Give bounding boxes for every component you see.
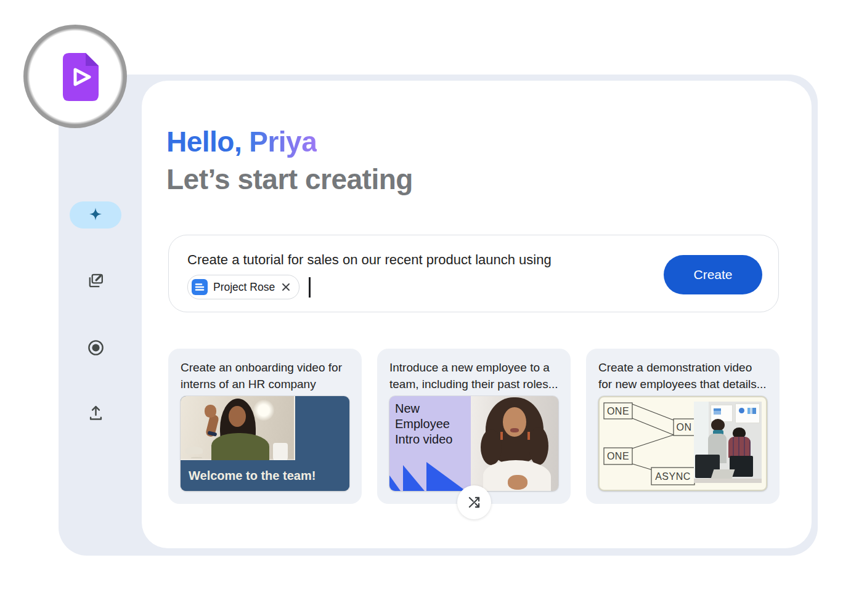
diagram-label: ONE — [607, 406, 629, 416]
card-title: Create an onboarding video for interns o… — [181, 359, 349, 392]
sparkle-icon — [86, 206, 105, 224]
record-icon — [86, 338, 105, 357]
prompt-chip-row: Project Rose — [187, 275, 311, 299]
greeting-prefix: Hello, — [166, 126, 242, 158]
page-title: Hello,Priya Let’s start creating — [166, 123, 413, 198]
decor-triangle — [426, 462, 466, 491]
sidebar-item-record[interactable] — [86, 338, 105, 357]
thumbnail-photo — [181, 396, 295, 460]
diagram-label: ASYNC — [655, 471, 691, 482]
suggestion-card-demo[interactable]: Create a demonstration video for new emp… — [586, 349, 780, 504]
photo-lamp — [253, 400, 274, 421]
photo-person-hair-right — [529, 427, 548, 465]
photo-laptop — [711, 469, 735, 479]
photo-person-face — [229, 406, 246, 427]
text-caret — [309, 277, 311, 298]
photo-person1-hair — [711, 419, 725, 431]
app-logo-badge — [23, 25, 127, 128]
docs-file-icon — [192, 279, 208, 295]
sidebar-item-edit-media[interactable] — [86, 271, 105, 290]
suggestion-cards: Create an onboarding video for interns o… — [168, 349, 780, 504]
photo-person-shirt — [211, 433, 269, 460]
thumbnail-photo — [694, 402, 762, 483]
photo-whiteboard — [736, 404, 759, 423]
photo-person-hand — [205, 405, 216, 418]
card-thumbnail-demo: ONE ON ONE ASYNC — [598, 396, 767, 491]
diagram-label: ONE — [607, 451, 629, 461]
flow-diagram: ONE ON ONE ASYNC — [601, 399, 697, 488]
photo-chair — [185, 447, 203, 454]
card-title: Introduce a new employee to a team, incl… — [389, 359, 558, 392]
photo-person-mouth — [510, 428, 519, 432]
diagram-label: ON — [677, 422, 692, 432]
thumbnail-title-text: New Employee Intro video — [395, 402, 452, 446]
card-thumbnail-onboarding: Welcome to the team! — [181, 396, 349, 491]
greeting-line: Hello,Priya — [166, 123, 413, 161]
file-chip-label: Project Rose — [213, 281, 275, 294]
shuffle-suggestions-button[interactable] — [457, 485, 491, 519]
card-title: Create a demonstration video for new emp… — [598, 359, 767, 392]
shuffle-icon — [468, 496, 481, 509]
google-vids-logo-icon — [63, 53, 99, 101]
card-thumbnail-intro: New Employee Intro video — [389, 396, 558, 491]
decor-triangle — [389, 468, 401, 491]
edit-media-icon — [86, 271, 105, 290]
file-chip[interactable]: Project Rose — [187, 275, 299, 299]
create-button[interactable]: Create — [664, 255, 762, 294]
photo-earring-left — [500, 432, 503, 440]
photo-earring-right — [527, 432, 530, 440]
prompt-text: Create a tutorial for sales on our recen… — [187, 252, 552, 268]
photo-desk — [694, 479, 762, 483]
close-icon[interactable] — [280, 282, 291, 293]
thumbnail-caption: Welcome to the team! — [181, 460, 349, 491]
thumbnail-title-panel: New Employee Intro video — [389, 396, 471, 491]
greeting-name: Priya — [249, 123, 317, 161]
thumbnail-photo — [471, 396, 558, 491]
suggestion-card-intro[interactable]: Introduce a new employee to a team, incl… — [377, 349, 571, 504]
sidebar-item-upload[interactable] — [86, 403, 105, 423]
prompt-input[interactable]: Create a tutorial for sales on our recen… — [168, 235, 779, 312]
suggestion-card-onboarding[interactable]: Create an onboarding video for interns o… — [168, 349, 362, 504]
photo-person2-body — [728, 437, 751, 458]
greeting-subtitle: Let’s start creating — [166, 161, 413, 198]
sidebar-item-ai-create[interactable] — [70, 201, 121, 229]
decor-triangle — [403, 465, 425, 491]
upload-icon — [86, 403, 105, 423]
photo-person-hair-left — [481, 429, 502, 465]
photo-person-hands — [508, 475, 527, 490]
